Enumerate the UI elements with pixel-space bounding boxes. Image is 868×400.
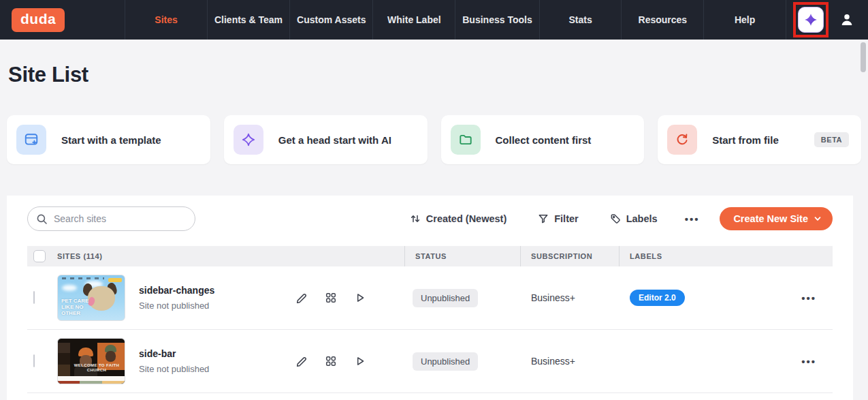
site-publish-status: Site not published: [139, 364, 295, 374]
filter-label: Filter: [554, 213, 578, 224]
more-options-button[interactable]: •••: [685, 213, 700, 225]
thumb-stripe-decoration: [58, 381, 125, 384]
user-account-button[interactable]: [837, 10, 857, 30]
top-nav: duda Sites Clients & Team Custom Assets …: [0, 0, 868, 40]
beta-badge: BETA: [814, 132, 849, 147]
thumb-strip-decoration: [58, 376, 125, 381]
nav-item-resources[interactable]: Resources: [621, 0, 703, 40]
file-import-icon: [667, 125, 697, 155]
search-input[interactable]: [54, 213, 187, 224]
filter-funnel-icon: [538, 213, 549, 224]
nav-item-stats[interactable]: Stats: [539, 0, 622, 40]
search-icon: [36, 213, 48, 225]
chevron-down-icon: [814, 215, 822, 223]
edit-pencil-icon[interactable]: [295, 292, 308, 304]
site-name[interactable]: side-bar: [139, 348, 295, 359]
select-all-checkbox[interactable]: [33, 250, 46, 262]
status-chip: Unpublished: [413, 352, 478, 371]
scrollbar-thumb[interactable]: [861, 42, 866, 72]
duda-logo[interactable]: duda: [12, 8, 65, 32]
start-options: Start with a template Get a head start w…: [7, 115, 861, 164]
ai-button-highlight-box: [793, 2, 829, 37]
sort-arrows-icon: [410, 213, 421, 224]
overview-grid-icon[interactable]: [325, 292, 337, 304]
subscription-value: Business+: [520, 356, 619, 367]
thumb-button-decoration: [108, 278, 122, 282]
main-nav: Sites Clients & Team Custom Assets White…: [125, 0, 786, 40]
card-label: Start from file: [712, 134, 779, 146]
thumb-headline: Welcome to Faith Church: [70, 363, 123, 373]
create-new-site-label: Create New Site: [733, 213, 808, 224]
template-icon: [16, 125, 46, 155]
person-decoration: [106, 351, 116, 362]
labels-button[interactable]: Labels: [610, 213, 658, 224]
nav-item-help[interactable]: Help: [703, 0, 786, 40]
row-checkbox[interactable]: [33, 291, 35, 304]
cloud-decoration: [62, 285, 77, 291]
ai-assistant-button[interactable]: [798, 7, 824, 33]
editor-label-badge[interactable]: Editor 2.0: [630, 290, 685, 306]
sort-dropdown[interactable]: Created (Newest): [410, 213, 507, 224]
status-chip: Unpublished: [413, 289, 478, 307]
page-title: Site List: [8, 63, 861, 87]
site-publish-status: Site not published: [139, 301, 295, 311]
subscription-value: Business+: [520, 292, 619, 303]
sort-label: Created (Newest): [426, 213, 507, 224]
user-icon: [839, 12, 854, 27]
nav-item-white-label[interactable]: White Label: [372, 0, 455, 40]
site-thumbnail[interactable]: Pet care like no other: [57, 275, 125, 321]
search-box[interactable]: [27, 206, 195, 231]
row-more-button[interactable]: •••: [755, 356, 833, 367]
nav-item-business-tools[interactable]: Business Tools: [455, 0, 539, 40]
start-from-file-card[interactable]: Start from file BETA: [658, 115, 861, 164]
table-row: Welcome to Faith Church side-bar Site no…: [27, 330, 833, 393]
site-list-panel: Created (Newest) Filter: [7, 196, 853, 400]
ai-sparkle-icon: [234, 125, 263, 155]
labels-label: Labels: [626, 213, 658, 224]
start-with-ai-card[interactable]: Get a head start with AI: [224, 115, 428, 164]
tag-icon: [610, 213, 621, 224]
column-header-sites: SITES (114): [57, 246, 404, 266]
folder-icon: [451, 125, 481, 155]
collect-content-card[interactable]: Collect content first: [441, 115, 645, 164]
column-header-subscription: SUBSCRIPTION: [520, 246, 619, 266]
card-label: Start with a template: [61, 134, 161, 146]
toolbar-actions: Created (Newest) Filter: [410, 207, 833, 230]
page-content: Site List Start with a template Get a he…: [0, 63, 868, 164]
nav-item-clients-team[interactable]: Clients & Team: [207, 0, 289, 40]
row-more-button[interactable]: •••: [755, 292, 833, 304]
column-header-status: STATUS: [404, 246, 520, 266]
column-header-labels: LABELS: [619, 246, 755, 266]
create-new-site-button[interactable]: Create New Site: [720, 207, 833, 230]
site-name[interactable]: sidebar-changes: [139, 285, 295, 296]
site-thumbnail[interactable]: Welcome to Faith Church: [57, 338, 125, 384]
ai-sparkle-icon: [803, 12, 818, 27]
list-toolbar: Created (Newest) Filter: [27, 206, 833, 231]
thumb-nav-decoration: [62, 277, 104, 279]
preview-play-icon[interactable]: [354, 355, 366, 367]
nav-item-custom-assets[interactable]: Custom Assets: [289, 0, 372, 40]
table-row: Pet care like no other sidebar-changes S…: [27, 266, 833, 330]
table-header: SITES (114) STATUS SUBSCRIPTION LABELS: [27, 246, 833, 266]
overview-grid-icon[interactable]: [325, 355, 337, 367]
site-list-screen: duda Sites Clients & Team Custom Assets …: [0, 0, 868, 400]
photo-collage-decoration: [58, 343, 70, 377]
card-label: Collect content first: [496, 134, 592, 146]
nav-item-sites[interactable]: Sites: [125, 0, 207, 40]
preview-play-icon[interactable]: [354, 292, 366, 304]
card-label: Get a head start with AI: [278, 134, 391, 146]
row-checkbox[interactable]: [33, 354, 35, 367]
start-with-template-card[interactable]: Start with a template: [7, 115, 210, 164]
edit-pencil-icon[interactable]: [295, 355, 308, 367]
thumb-headline: Pet care like no other: [61, 298, 90, 316]
filter-button[interactable]: Filter: [538, 213, 578, 224]
